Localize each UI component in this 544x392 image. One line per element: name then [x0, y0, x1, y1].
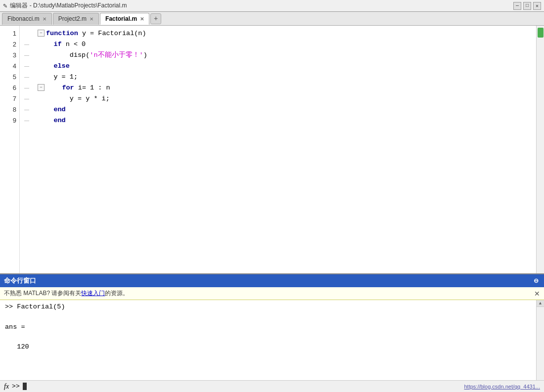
code-line-9: end	[34, 115, 536, 126]
cursor-indicator	[23, 383, 27, 390]
command-prompt: >>	[12, 383, 20, 390]
bp-6: —	[20, 82, 34, 93]
code-line-2: if n < 0	[34, 39, 536, 49]
editor-area: 1 2 3 4 5 6 7 8 9 — — — — — — — — −funct…	[0, 26, 544, 273]
maximize-button[interactable]: □	[523, 2, 531, 10]
line-num-4: 4	[0, 60, 19, 71]
notification-close-button[interactable]: ✕	[534, 290, 540, 298]
tab-close-project2[interactable]: ✕	[90, 16, 93, 22]
editor-title: 编辑器 - D:\study\MatlabProjects\Factorial.…	[10, 1, 127, 10]
command-window-title-bar: 命令行窗口 ⊖	[0, 274, 544, 287]
line-num-2: 2	[0, 39, 19, 49]
line-num-6: 6	[0, 82, 19, 93]
minimize-button[interactable]: —	[513, 2, 521, 10]
csdn-link: https://blog.csdn.net/qq_4431...	[464, 384, 540, 390]
command-blank-1	[5, 312, 531, 322]
scroll-thumb[interactable]	[538, 28, 544, 38]
tab-bar: Fibonacci.m ✕ Project2.m ✕ Factorial.m ✕…	[0, 12, 544, 26]
fx-symbol: fx	[4, 383, 9, 391]
editor-icon: ✎	[3, 1, 7, 10]
fold-icon-6[interactable]: −	[38, 84, 45, 91]
code-line-7: y = y * i;	[34, 93, 536, 104]
line-num-7: 7	[0, 93, 19, 104]
scrollbar-up-button[interactable]: ▲	[537, 300, 544, 307]
notification-text: 不熟悉 MATLAB? 请参阅有关快速入门的资源。	[4, 289, 129, 298]
command-output-120: 120	[5, 342, 531, 352]
fold-icon-1[interactable]: −	[38, 30, 45, 37]
quickstart-link[interactable]: 快速入门	[81, 290, 105, 297]
line-num-3: 3	[0, 49, 19, 60]
tab-factorial[interactable]: Factorial.m ✕	[100, 13, 149, 25]
code-line-8: end	[34, 104, 536, 115]
command-text-area[interactable]: >> Factorial(5) ans = 120	[0, 300, 536, 380]
tab-close-factorial[interactable]: ✕	[140, 16, 144, 22]
command-window-collapse-btn[interactable]: ⊖	[532, 277, 540, 285]
bp-3: —	[20, 49, 34, 60]
code-line-3: disp('n不能小于零！')	[34, 49, 536, 60]
line-numbers: 1 2 3 4 5 6 7 8 9	[0, 26, 20, 273]
bp-4: —	[20, 60, 34, 71]
tab-fibonacci[interactable]: Fibonacci.m ✕	[2, 13, 52, 25]
bp-2: —	[20, 39, 34, 49]
bp-7: —	[20, 93, 34, 104]
code-panel[interactable]: 1 2 3 4 5 6 7 8 9 — — — — — — — — −funct…	[0, 26, 544, 273]
code-text-area[interactable]: −function y = Factorial(n) if n < 0 disp…	[34, 26, 536, 273]
command-scrollbar[interactable]: ▲	[536, 300, 544, 380]
line-num-9: 9	[0, 115, 19, 126]
close-button[interactable]: ✕	[533, 2, 541, 10]
code-line-1: −function y = Factorial(n)	[34, 28, 536, 39]
bp-1	[20, 28, 34, 39]
command-window: 命令行窗口 ⊖ 不熟悉 MATLAB? 请参阅有关快速入门的资源。 ✕ >> F…	[0, 273, 544, 392]
line-num-8: 8	[0, 104, 19, 115]
tab-project2[interactable]: Project2.m ✕	[53, 13, 99, 25]
command-output-ans: ans =	[5, 322, 531, 332]
command-window-title: 命令行窗口	[4, 276, 36, 285]
bp-8: —	[20, 104, 34, 115]
line-num-5: 5	[0, 71, 19, 82]
line-num-1: 1	[0, 28, 19, 39]
code-line-4: else	[34, 60, 536, 71]
command-blank-3	[5, 352, 531, 362]
tab-close-fibonacci[interactable]: ✕	[43, 16, 46, 22]
notification-banner: 不熟悉 MATLAB? 请参阅有关快速入门的资源。 ✕	[0, 287, 544, 300]
breakpoint-column: — — — — — — — —	[20, 26, 34, 273]
command-content[interactable]: >> Factorial(5) ans = 120 ▲	[0, 300, 544, 380]
command-bottom-bar: fx >> https://blog.csdn.net/qq_4431...	[0, 380, 544, 392]
bp-9: —	[20, 115, 34, 126]
code-line-6: − for i= 1 : n	[34, 82, 536, 93]
command-blank-2	[5, 332, 531, 342]
command-input-line: >> Factorial(5)	[5, 302, 531, 312]
add-tab-button[interactable]: +	[150, 13, 161, 24]
code-line-5: y = 1;	[34, 71, 536, 82]
title-bar: ✎ 编辑器 - D:\study\MatlabProjects\Factoria…	[0, 0, 544, 12]
bp-5: —	[20, 71, 34, 82]
editor-scrollbar[interactable]	[536, 26, 544, 273]
